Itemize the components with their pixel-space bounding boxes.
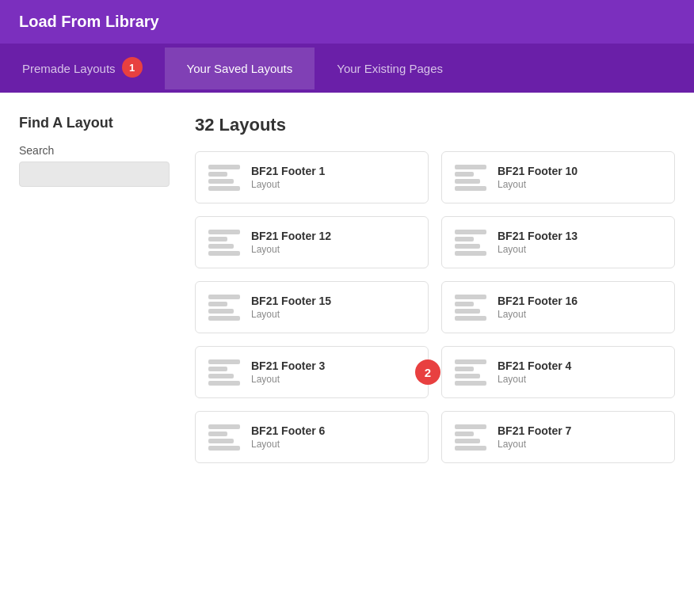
layout-name-9: BF21 Footer 7 [498,424,571,437]
layout-type-6: Layout [251,374,325,385]
layout-card-8[interactable]: BF21 Footer 6 Layout [195,411,429,463]
layout-name-0: BF21 Footer 1 [251,165,325,177]
main-content: Find A Layout Search 32 Layouts BF21 Foo… [0,93,694,616]
layout-icon-9 [455,423,486,451]
layout-icon-5 [455,293,486,321]
layout-card-2[interactable]: BF21 Footer 12 Layout [195,216,429,268]
layout-type-4: Layout [251,309,331,320]
layout-type-0: Layout [251,179,325,190]
tab-saved-label: Your Saved Layouts [187,62,293,75]
layout-card-6[interactable]: BF21 Footer 3 Layout 2 [195,346,429,398]
app-container: Load From Library Premade Layouts 1 Your… [0,0,694,616]
layout-card-4[interactable]: BF21 Footer 15 Layout [195,281,429,333]
layout-name-7: BF21 Footer 4 [498,359,571,372]
layout-name-5: BF21 Footer 16 [498,295,578,307]
layout-info-1: BF21 Footer 10 Layout [498,165,578,190]
layout-type-9: Layout [498,439,571,450]
layout-name-6: BF21 Footer 3 [251,359,325,372]
layout-type-2: Layout [251,244,331,255]
layout-name-4: BF21 Footer 15 [251,295,331,307]
layout-icon-2 [208,228,240,257]
layout-icon-0 [208,163,240,192]
layout-card-0[interactable]: BF21 Footer 1 Layout [195,151,429,203]
layout-card-1[interactable]: BF21 Footer 10 Layout [441,151,675,203]
layout-icon-6 [208,358,240,386]
layout-info-3: BF21 Footer 13 Layout [498,230,578,255]
layouts-count: 32 Layouts [195,115,675,135]
search-label: Search [19,144,170,157]
sidebar: Find A Layout Search [19,115,170,607]
layout-info-0: BF21 Footer 1 Layout [251,165,325,190]
tab-premade[interactable]: Premade Layouts 1 [0,44,165,93]
layout-info-9: BF21 Footer 7 Layout [498,424,571,450]
search-input[interactable] [19,162,170,187]
layouts-content: 32 Layouts BF21 Footer 1 Layout [195,115,675,607]
layout-info-6: BF21 Footer 3 Layout [251,359,325,385]
sidebar-title: Find A Layout [19,115,170,131]
layout-info-5: BF21 Footer 16 Layout [498,295,578,320]
header: Load From Library [0,0,694,44]
layout-icon-3 [455,228,486,257]
tab-premade-badge: 1 [122,57,143,78]
layouts-grid: BF21 Footer 1 Layout BF21 Footer 10 Layo [195,151,675,463]
layout-type-5: Layout [498,309,578,320]
layout-card-5[interactable]: BF21 Footer 16 Layout [441,281,675,333]
layout-info-7: BF21 Footer 4 Layout [498,359,571,385]
layout-type-1: Layout [498,179,578,190]
layout-card-3[interactable]: BF21 Footer 13 Layout [441,216,675,268]
tab-existing[interactable]: Your Existing Pages [315,48,465,89]
layout-card-9[interactable]: BF21 Footer 7 Layout [441,411,675,463]
header-title: Load From Library [19,13,159,30]
layout-icon-7 [455,358,486,386]
tabs-bar: Premade Layouts 1 Your Saved Layouts You… [0,44,694,93]
layout-info-8: BF21 Footer 6 Layout [251,424,325,450]
tab-existing-label: Your Existing Pages [337,62,443,75]
layout-type-7: Layout [498,374,571,385]
layout-type-3: Layout [498,244,578,255]
layout-name-2: BF21 Footer 12 [251,230,331,242]
layout-name-3: BF21 Footer 13 [498,230,578,242]
layout-icon-1 [455,163,486,192]
layout-card-7[interactable]: BF21 Footer 4 Layout [441,346,675,398]
tab-saved[interactable]: Your Saved Layouts [165,48,315,89]
layout-name-8: BF21 Footer 6 [251,424,325,437]
layout-info-4: BF21 Footer 15 Layout [251,295,331,320]
layout-info-2: BF21 Footer 12 Layout [251,230,331,255]
step-badge-2: 2 [415,359,440,385]
tab-premade-label: Premade Layouts [22,62,116,75]
layout-type-8: Layout [251,439,325,450]
layout-icon-4 [208,293,240,321]
layout-name-1: BF21 Footer 10 [498,165,578,177]
layout-icon-8 [208,423,240,451]
